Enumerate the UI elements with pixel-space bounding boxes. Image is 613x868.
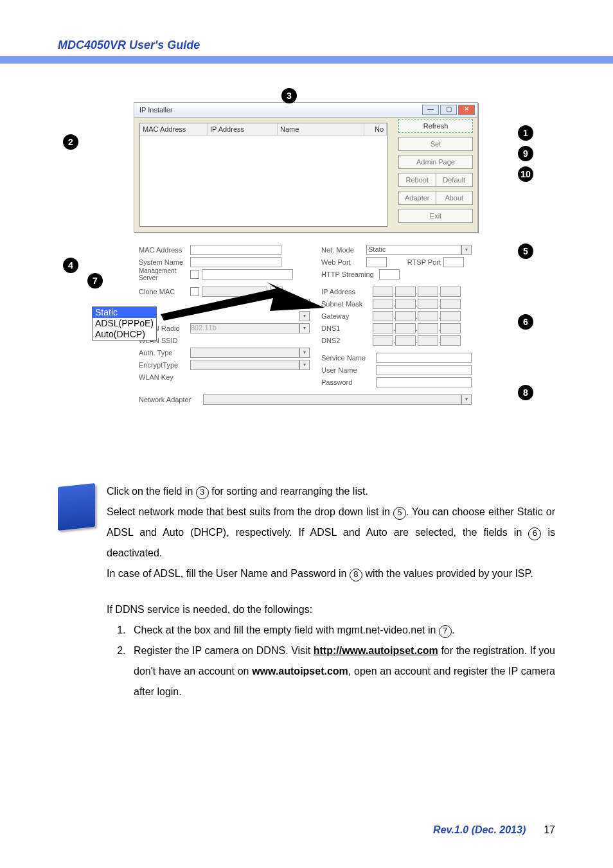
col-ip-header[interactable]: IP Address (208, 123, 278, 135)
password-label: Password (321, 378, 376, 386)
ip-3[interactable] (418, 287, 438, 297)
circle-7-icon: 7 (439, 625, 452, 638)
network-adapter-select[interactable] (203, 394, 461, 405)
encrypt-type-select[interactable] (190, 360, 299, 370)
http-streaming-input[interactable] (379, 269, 400, 279)
circle-3-icon: 3 (196, 486, 209, 499)
circle-6-icon: 6 (528, 527, 541, 540)
callout-10: 10 (518, 166, 533, 182)
page-footer: Rev.1.0 (Dec. 2013) 17 (58, 824, 555, 836)
maximize-button[interactable]: ▢ (440, 105, 457, 115)
ip-address-label: IP Address (321, 288, 373, 296)
callout-arrow-icon (161, 276, 328, 327)
p3a: In case of ADSL, fill the User Name and … (107, 568, 350, 579)
network-adapter-dropdown-icon[interactable]: ▾ (461, 394, 472, 405)
reboot-default-buttons: Reboot Default (398, 173, 473, 187)
callout-4: 4 (63, 258, 78, 273)
gw-1[interactable] (373, 311, 393, 321)
callout-2: 2 (63, 134, 78, 150)
system-name-label: System Name (139, 258, 190, 266)
system-name-input[interactable] (190, 257, 281, 267)
sm-1[interactable] (373, 299, 393, 309)
callout-7: 7 (87, 273, 103, 288)
document-icon (58, 483, 95, 531)
net-mode-option-auto[interactable]: Auto(DHCP) (93, 329, 156, 340)
admin-page-button[interactable]: Admin Page (398, 155, 473, 169)
device-list-header[interactable]: MAC Address IP Address Name No (140, 123, 387, 136)
ip-installer-figure: IP Installer — ▢ ✕ MAC Address IP Addres… (58, 83, 555, 443)
autoipset-bold: www.autoipset.com (252, 666, 348, 677)
exit-button[interactable]: Exit (398, 209, 473, 223)
service-name-input[interactable] (376, 353, 472, 363)
auth-type-label: Auth. Type (139, 349, 190, 357)
gw-2[interactable] (395, 311, 416, 321)
auth-type-select[interactable] (190, 348, 299, 358)
close-button[interactable]: ✕ (458, 105, 475, 115)
net-mode-select[interactable]: Static (366, 245, 461, 255)
adapter-about-buttons: Adapter About (398, 191, 473, 205)
about-button[interactable]: About (436, 191, 473, 204)
net-mode-options-popup: Static ADSL(PPPoE) Auto(DHCP) (92, 306, 157, 341)
p3b: with the values provided by your ISP. (362, 568, 533, 579)
service-name-label: Service Name (321, 354, 376, 362)
callout-9: 9 (518, 146, 533, 161)
ip-1[interactable] (373, 287, 393, 297)
net-mode-label: Net. Mode (321, 246, 366, 254)
ip-4[interactable] (440, 287, 461, 297)
adapter-button[interactable]: Adapter (399, 191, 436, 204)
subnet-mask-label: Subnet Mask (321, 300, 373, 308)
autoipset-link[interactable]: http://www.autoipset.com (314, 645, 438, 656)
user-name-input[interactable] (376, 365, 472, 375)
sm-4[interactable] (440, 299, 461, 309)
minimize-button[interactable]: — (422, 105, 439, 115)
net-mode-dropdown-icon[interactable]: ▾ (461, 245, 472, 255)
http-streaming-label: HTTP Streaming (321, 270, 379, 278)
d2-4[interactable] (440, 335, 461, 346)
network-adapter-label: Network Adapter (139, 396, 203, 403)
col-name-header[interactable]: Name (278, 123, 364, 135)
action-buttons-panel: Refresh Set Admin Page Reboot Default Ad… (398, 119, 473, 223)
password-input[interactable] (376, 377, 472, 387)
set-button[interactable]: Set (398, 137, 473, 151)
col-no-header[interactable]: No (364, 123, 387, 135)
gw-3[interactable] (418, 311, 438, 321)
sm-3[interactable] (418, 299, 438, 309)
user-name-label: User Name (321, 366, 376, 374)
d1-3[interactable] (418, 323, 438, 333)
device-list[interactable]: MAC Address IP Address Name No (139, 123, 387, 227)
d1-4[interactable] (440, 323, 461, 333)
d2-1[interactable] (373, 335, 393, 346)
sm-2[interactable] (395, 299, 416, 309)
reboot-button[interactable]: Reboot (399, 173, 436, 186)
gw-4[interactable] (440, 311, 461, 321)
callout-8: 8 (518, 385, 533, 400)
window-title: IP Installer (137, 106, 421, 114)
col-mac-header[interactable]: MAC Address (140, 123, 208, 135)
circle-8-icon: 8 (350, 569, 362, 581)
d2-3[interactable] (418, 335, 438, 346)
circle-5-icon: 5 (393, 507, 406, 520)
p1a: Click on the field in (107, 486, 196, 497)
li2a: Register the IP camera on DDNS. Visit (134, 645, 314, 656)
p2a: Select network mode that best suits from… (107, 506, 393, 517)
dns2-label: DNS2 (321, 337, 373, 344)
d2-2[interactable] (395, 335, 416, 346)
net-mode-option-adsl[interactable]: ADSL(PPPoE) (93, 318, 156, 329)
refresh-button[interactable]: Refresh (398, 119, 473, 133)
instruction-text: Click on the field in 3 for sorting and … (58, 481, 555, 702)
net-mode-option-static[interactable]: Static (93, 307, 156, 318)
rtsp-port-input[interactable] (443, 257, 464, 267)
web-port-input[interactable] (366, 257, 387, 267)
default-button[interactable]: Default (436, 173, 473, 186)
p1b: for sorting and rearranging the list. (209, 486, 368, 497)
encrypt-type-label: EncryptType (139, 361, 190, 369)
auth-type-dropdown-icon[interactable]: ▾ (299, 348, 310, 358)
d1-2[interactable] (395, 323, 416, 333)
mac-address-label: MAC Address (139, 246, 190, 254)
ip-2[interactable] (395, 287, 416, 297)
web-port-label: Web Port (321, 258, 366, 266)
d1-1[interactable] (373, 323, 393, 333)
li1b: . (452, 624, 454, 635)
mac-address-input[interactable] (190, 245, 281, 255)
encrypt-type-dropdown-icon[interactable]: ▾ (299, 360, 310, 370)
